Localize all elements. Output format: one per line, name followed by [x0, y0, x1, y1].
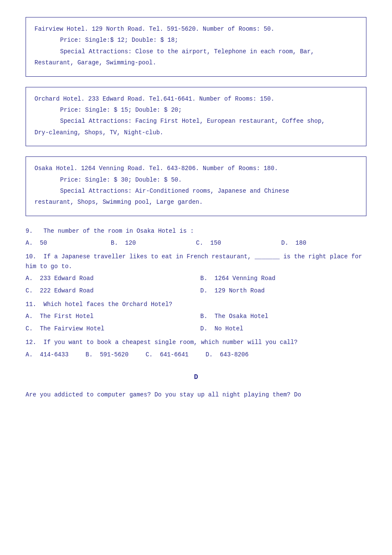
fairview-line3: Special Attractions: Close to the airpor…	[35, 47, 357, 56]
q10-opt-d: D. 129 North Road	[200, 286, 366, 295]
osaka-line1: Osaka Hotel. 1264 Venning Road. Tel. 643…	[35, 164, 357, 173]
q10-opt-b: B. 1264 Venning Road	[200, 274, 366, 283]
question-9: 9. The number of the room in Osaka Hotel…	[26, 226, 366, 248]
osaka-line4: restaurant, Shops, Swimming pool, Large …	[35, 197, 357, 207]
questions-section: 9. The number of the room in Osaka Hotel…	[26, 226, 366, 359]
orchard-line3: Special Attractions: Facing First Hotel,…	[35, 116, 357, 126]
hotel-card-osaka: Osaka Hotel. 1264 Venning Road. Tel. 643…	[26, 156, 366, 216]
question-9-options: A. 50 B. 120 C. 150 D. 180	[26, 238, 366, 248]
osaka-line3: Special Attractions: Air-Conditioned roo…	[35, 186, 357, 196]
question-9-text: 9. The number of the room in Osaka Hotel…	[26, 226, 366, 236]
section-d: D Are you addicted to computer games? Do…	[26, 372, 366, 399]
question-9-body: The number of the room in Osaka Hotel is…	[43, 228, 194, 234]
section-d-passage: Are you addicted to computer games? Do y…	[26, 390, 366, 399]
q11-opt-a: A. The First Hotel	[26, 312, 192, 321]
question-11: 11. Which hotel faces the Orchard Hotel?…	[26, 300, 366, 333]
q10-opt-c: C. 222 Edward Road	[26, 286, 192, 295]
q12-opt-d: D. 643-8206	[205, 350, 248, 359]
hotel-card-fairview: Fairview Hotel. 129 North Road. Tel. 591…	[26, 17, 366, 77]
q9-opt-a: A. 50	[26, 238, 94, 248]
question-11-options: A. The First Hotel B. The Osaka Hotel C.…	[26, 312, 366, 333]
q10-opt-a: A. 233 Edward Road	[26, 274, 192, 283]
question-10-options: A. 233 Edward Road B. 1264 Venning Road …	[26, 274, 366, 295]
q9-opt-c: C. 150	[196, 238, 264, 248]
question-10: 10. If a Japanese traveller likes to eat…	[26, 252, 366, 295]
q11-opt-c: C. The Fairview Hotel	[26, 324, 192, 333]
orchard-line4: Dry-cleaning, Shops, TV, Night-club.	[35, 128, 357, 137]
fairview-line1: Fairview Hotel. 129 North Road. Tel. 591…	[35, 24, 357, 34]
orchard-line1: Orchard Hotel. 233 Edward Road. Tel.641-…	[35, 94, 357, 104]
q11-opt-b: B. The Osaka Hotel	[200, 312, 366, 321]
question-12-options: A. 414-6433 B. 591-5620 C. 641-6641 D. 6…	[26, 350, 366, 359]
q12-opt-b: B. 591-5620	[86, 350, 129, 359]
osaka-line2: Price: Single: $ 30; Double: $ 50.	[35, 175, 357, 185]
q11-opt-d: D. No Hotel	[200, 324, 366, 333]
question-11-text: 11. Which hotel faces the Orchard Hotel?	[26, 300, 366, 309]
question-12-text: 12. If you want to book a cheapest singl…	[26, 338, 366, 347]
question-9-number: 9.	[26, 228, 33, 234]
q12-opt-c: C. 641-6641	[146, 350, 189, 359]
q9-opt-b: B. 120	[111, 238, 179, 248]
fairview-line2: Price: Single:$ 12; Double: $ 18;	[35, 35, 357, 45]
hotel-card-orchard: Orchard Hotel. 233 Edward Road. Tel.641-…	[26, 87, 366, 147]
q12-opt-a: A. 414-6433	[26, 350, 69, 359]
fairview-line4: Restaurant, Garage, Swimming-pool.	[35, 58, 357, 67]
question-10-text: 10. If a Japanese traveller likes to eat…	[26, 252, 366, 271]
section-d-title: D	[26, 372, 366, 383]
question-12: 12. If you want to book a cheapest singl…	[26, 338, 366, 359]
q9-opt-d: D. 180	[281, 238, 349, 248]
orchard-line2: Price: Single: $ 15; Double: $ 20;	[35, 105, 357, 115]
